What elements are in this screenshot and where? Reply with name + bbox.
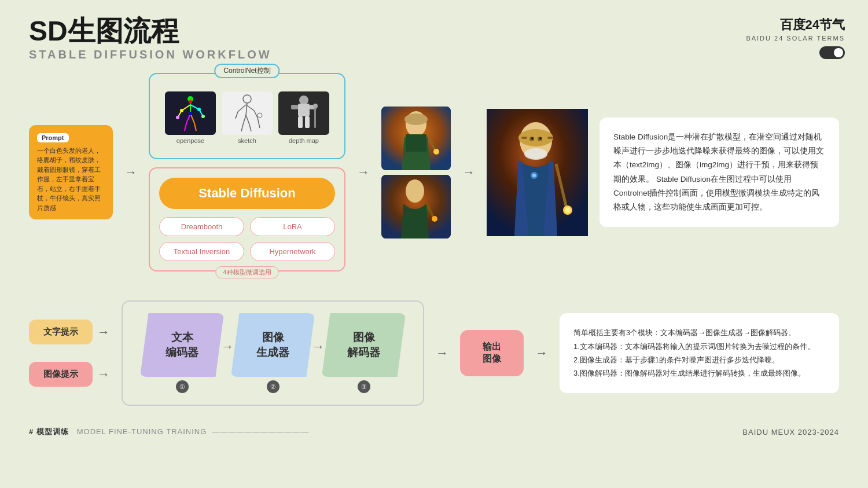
brand-name-en: BAIDU 24 SOLAR TERMS: [746, 35, 845, 42]
arrow-prompt-to-controlnet: →: [124, 165, 137, 180]
svg-line-19: [236, 112, 238, 119]
svg-line-9: [194, 123, 196, 131]
svg-point-13: [197, 108, 201, 111]
text-input-row: 文字提示 →: [29, 320, 110, 344]
finetune-grid: Dreambooth LoRA Textual Inversion Hypern…: [159, 217, 335, 261]
text-encoder-box: 文本 编码器: [140, 313, 224, 377]
final-output-image: [487, 109, 588, 236]
svg-point-41: [433, 149, 439, 155]
svg-point-45: [432, 216, 437, 222]
wizard-image-2: [381, 175, 451, 239]
image-gen-box: 图像 生成器: [231, 313, 315, 377]
title-block: SD生图流程 STABLE DIFFUSION WORKFLOW: [29, 16, 272, 61]
svg-point-39: [404, 113, 428, 125]
svg-rect-38: [406, 134, 426, 152]
output-box: 输出 图像: [460, 330, 524, 376]
svg-point-16: [243, 95, 251, 103]
svg-rect-49: [521, 137, 527, 139]
openpose-item: openpose: [165, 91, 216, 144]
svg-rect-33: [305, 116, 310, 128]
svg-point-27: [258, 113, 262, 118]
svg-point-60: [539, 137, 542, 140]
page-title-en: STABLE DIFFUSION WORKFLOW: [29, 48, 272, 61]
controlnet-sd-column: ControlNet控制: [149, 73, 345, 271]
svg-rect-32: [298, 116, 303, 128]
main-content: Prompt 一个白色头发的老人，络腮胡子，褶纹皮肤，戴着圆形眼镜，穿着工作服，…: [0, 73, 868, 406]
page-title-zh: SD生图流程: [29, 16, 272, 47]
step-text-encoder: 文本 编码器 ①: [140, 313, 224, 393]
top-description-text: Stable Diffusion是一种潜在扩散模型，在潜空间通过对随机噪声进行一…: [613, 133, 824, 211]
svg-line-20: [246, 105, 254, 111]
openpose-label: openpose: [165, 137, 216, 144]
svg-line-22: [243, 115, 246, 124]
depth-image: [278, 91, 329, 135]
wizard-image-1: [381, 107, 451, 170]
depth-label: depth map: [278, 137, 329, 144]
svg-point-12: [180, 109, 183, 112]
prompt-box: Prompt 一个白色头发的老人，络腮胡子，褶纹皮肤，戴着圆形眼镜，穿着工作服，…: [29, 125, 113, 220]
svg-point-51: [524, 148, 547, 160]
finetune-label: 4种模型微调选用: [215, 266, 278, 278]
controlnet-images: openpose: [159, 91, 335, 144]
openpose-image: [165, 91, 216, 135]
sketch-label: sketch: [222, 137, 273, 144]
arrow-image-to-pipeline: →: [97, 367, 110, 382]
header: SD生图流程 STABLE DIFFUSION WORKFLOW 百度24节气 …: [0, 0, 868, 67]
svg-point-15: [201, 115, 205, 118]
step2-num: ②: [267, 380, 279, 393]
brand-block: 百度24节气 BAIDU 24 SOLAR TERMS: [746, 16, 845, 61]
hypernetwork-item[interactable]: Hypernetwork: [250, 242, 335, 261]
svg-point-35: [313, 104, 318, 108]
svg-rect-34: [314, 107, 316, 128]
step1-num: ①: [176, 380, 189, 393]
svg-line-21: [254, 111, 258, 118]
bottom-description-box: 简单概括主要有3个模块：文本编码器→图像生成器→图像解码器。 1.文本编码器：文…: [560, 313, 839, 393]
dreambooth-item[interactable]: Dreambooth: [159, 217, 244, 236]
sd-finetune-wrapper: Stable Diffusion Dreambooth LoRA Textual…: [149, 167, 345, 271]
image-decoder-box: 图像 解码器: [322, 313, 406, 377]
footer-copyright: BAIDU MEUX 2023-2024: [742, 428, 839, 436]
svg-point-14: [176, 116, 179, 119]
textual-inversion-item[interactable]: Textual Inversion: [159, 242, 244, 261]
step-image-decoder: 图像 解码器 ③: [322, 313, 406, 393]
svg-line-26: [258, 118, 260, 128]
footer-section-en: MODEL FINE-TUNING TRAINING: [77, 427, 207, 436]
text-encoder-label: 文本 编码器: [165, 330, 198, 360]
wizard-svg-2: [381, 175, 451, 239]
svg-rect-29: [298, 104, 310, 116]
bottom-description-text: 简单概括主要有3个模块：文本编码器→图像生成器→图像解码器。 1.文本编码器：文…: [573, 328, 815, 377]
footer-hash: #: [29, 427, 34, 436]
pipeline-wrapper: 文本 编码器 ① → 图像 生成器 ② → 图像 解码器 ③: [122, 300, 424, 406]
wizard-svg-1: [381, 107, 451, 170]
svg-point-10: [189, 100, 192, 104]
output-image-1: [381, 107, 451, 170]
depth-svg: [281, 93, 327, 134]
image-input-row: 图像提示 →: [29, 362, 110, 387]
theme-toggle[interactable]: [819, 46, 845, 59]
image-gen-label: 图像 生成器: [256, 330, 289, 360]
svg-line-23: [241, 124, 243, 131]
footer-section-zh: 模型训练: [36, 427, 69, 436]
svg-rect-50: [547, 137, 553, 139]
svg-rect-30: [291, 105, 298, 109]
sketch-svg: [224, 93, 270, 134]
arrow-output-to-final: →: [462, 165, 475, 180]
stable-diffusion-button[interactable]: Stable Diffusion: [159, 178, 335, 209]
output-image-2: [381, 175, 451, 239]
svg-line-25: [249, 124, 251, 131]
svg-line-24: [246, 115, 249, 124]
bottom-pipeline-section: 文字提示 → 图像提示 → 文本 编码器 ① → 图像 生成器 ②: [29, 300, 839, 406]
controlnet-label: ControlNet控制: [214, 64, 279, 78]
controlnet-wrapper: ControlNet控制: [149, 73, 345, 159]
arrow-output-to-desc: →: [535, 346, 548, 361]
svg-point-28: [299, 96, 308, 105]
output-images: [381, 107, 451, 239]
arrow-pipeline-to-output: →: [436, 346, 448, 361]
svg-line-18: [238, 105, 246, 112]
image-prompt-box: 图像提示: [29, 362, 93, 387]
lora-item[interactable]: LoRA: [250, 217, 335, 236]
arrow-text-to-pipeline: →: [97, 325, 110, 340]
brand-name-zh: 百度24节气: [746, 16, 845, 34]
footer-section: # 模型训练 MODEL FINE-TUNING TRAINING ——————…: [29, 427, 310, 437]
footer: # 模型训练 MODEL FINE-TUNING TRAINING ——————…: [0, 417, 868, 446]
